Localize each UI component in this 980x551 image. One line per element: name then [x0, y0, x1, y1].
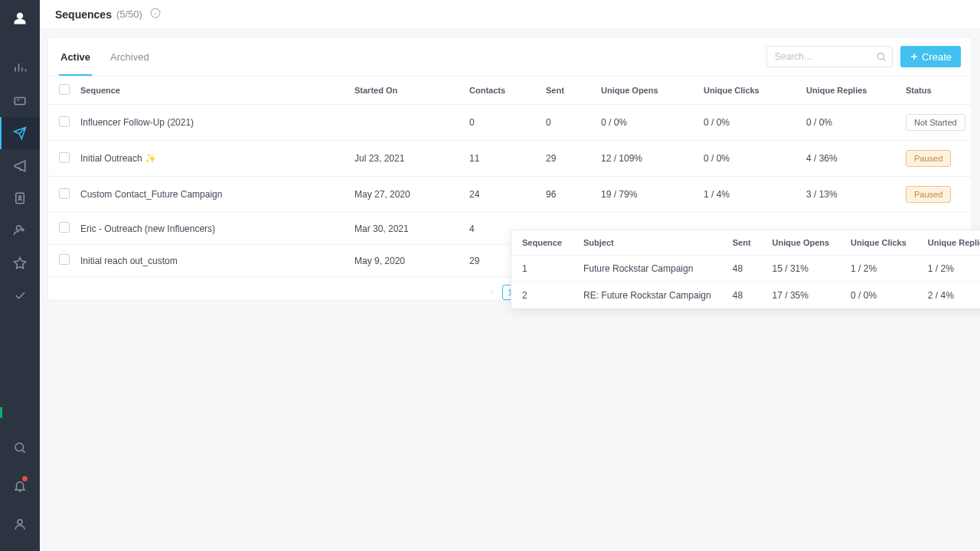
pop-cell-sent: 48	[722, 282, 762, 309]
sidebar	[0, 0, 40, 551]
row-checkbox[interactable]	[59, 222, 70, 233]
pop-col-sequence: Sequence	[511, 230, 573, 256]
page-title: Sequences	[55, 8, 112, 21]
sidebar-item-campaigns[interactable]	[0, 149, 40, 181]
tab-archived[interactable]: Archived	[109, 37, 151, 76]
select-all-checkbox[interactable]	[59, 84, 70, 95]
sidebar-marker	[0, 396, 40, 429]
page-header: Sequences (5/50)	[40, 0, 980, 29]
sequences-card: Active Archived Create	[47, 37, 972, 301]
col-status[interactable]: Status	[900, 77, 972, 105]
row-checkbox[interactable]	[59, 116, 70, 127]
table-row[interactable]: Custom Contact_Future CampaignMay 27, 20…	[48, 177, 972, 213]
cell-status: Paused	[900, 141, 972, 177]
sidebar-item-search[interactable]	[0, 429, 40, 467]
status-badge: Paused	[906, 186, 951, 203]
logo-icon	[12, 11, 28, 29]
cell-contacts: 24	[463, 177, 540, 213]
sidebar-item-contacts[interactable]	[0, 182, 40, 214]
svg-point-3	[19, 196, 21, 198]
cell-name: Eric - Outreach (new Influencers)	[74, 213, 348, 245]
cell-status: Paused	[900, 177, 972, 213]
page-count: (5/50)	[116, 8, 142, 20]
cell-clicks: 1 / 4%	[697, 177, 800, 213]
cell-replies: 0 / 0%	[800, 105, 900, 141]
pop-cell-clicks: 0 / 0%	[840, 282, 917, 309]
cell-name: Initial reach out_custom	[74, 245, 348, 277]
pop-cell-replies: 1 / 2%	[917, 256, 980, 282]
cell-sent: 29	[540, 141, 595, 177]
popover-row[interactable]: 1Future Rockstar Campaign4815 / 31%1 / 2…	[511, 256, 980, 282]
cell-opens: 12 / 109%	[595, 141, 697, 177]
pop-cell-opens: 15 / 31%	[762, 256, 841, 282]
cell-name: Influencer Follow-Up (2021)	[74, 105, 348, 141]
cell-name: Custom Contact_Future Campaign	[74, 177, 348, 213]
cell-name: Initial Outreach ✨	[74, 141, 348, 177]
cell-opens: 0 / 0%	[595, 105, 697, 141]
pop-cell-seq: 2	[511, 282, 573, 309]
pop-col-subject: Subject	[573, 230, 722, 256]
pop-cell-subject: RE: Future Rockstar Campaign	[573, 282, 722, 309]
search-input[interactable]	[766, 46, 893, 67]
create-button[interactable]: Create	[900, 46, 961, 67]
svg-rect-1	[15, 97, 25, 104]
col-sequence[interactable]: Sequence	[74, 77, 348, 105]
col-unique-opens[interactable]: Unique Opens	[595, 77, 697, 105]
pop-col-replies: Unique Replies	[917, 230, 980, 256]
search-input-wrapper	[766, 46, 893, 67]
col-started-on[interactable]: Started On	[348, 77, 463, 105]
cell-started: Mar 30, 2021	[348, 213, 463, 245]
pop-cell-opens: 17 / 35%	[762, 282, 841, 309]
row-checkbox[interactable]	[59, 188, 70, 199]
table-row[interactable]: Influencer Follow-Up (2021)000 / 0%0 / 0…	[48, 105, 972, 141]
pop-cell-seq: 1	[511, 256, 573, 282]
tab-active[interactable]: Active	[59, 37, 92, 76]
svg-point-0	[17, 13, 23, 19]
sidebar-item-profile[interactable]	[0, 505, 40, 543]
sidebar-item-cards[interactable]	[0, 84, 40, 116]
row-checkbox[interactable]	[59, 254, 70, 265]
notification-dot	[22, 476, 28, 481]
sidebar-item-favorites[interactable]	[0, 247, 40, 279]
pop-col-opens: Unique Opens	[762, 230, 841, 256]
svg-point-6	[18, 520, 22, 524]
cell-started	[348, 105, 463, 141]
status-badge: Not Started	[906, 114, 965, 131]
cell-sent: 0	[540, 105, 595, 141]
cell-clicks: 0 / 0%	[697, 105, 800, 141]
sidebar-item-sequences[interactable]	[0, 117, 40, 149]
cell-sent: 96	[540, 177, 595, 213]
col-contacts[interactable]: Contacts	[463, 77, 540, 105]
cell-status: Not Started	[900, 105, 972, 141]
sequence-detail-popover: Sequence Subject Sent Unique Opens Uniqu…	[511, 230, 980, 309]
table-row[interactable]: Initial Outreach ✨Jul 23, 2021112912 / 1…	[48, 141, 972, 177]
sidebar-item-notifications[interactable]	[0, 467, 40, 505]
plus-icon	[910, 52, 919, 61]
pop-col-clicks: Unique Clicks	[840, 230, 917, 256]
col-sent[interactable]: Sent	[540, 77, 595, 105]
cell-replies: 3 / 13%	[800, 177, 900, 213]
page-prev[interactable]	[488, 285, 496, 299]
sidebar-item-tasks[interactable]	[0, 279, 40, 311]
cell-clicks: 0 / 0%	[697, 141, 800, 177]
cell-contacts: 11	[463, 141, 540, 177]
cell-started: May 27, 2020	[348, 177, 463, 213]
cell-replies: 4 / 36%	[800, 141, 900, 177]
svg-point-5	[15, 443, 24, 452]
pop-cell-clicks: 1 / 2%	[840, 256, 917, 282]
status-badge: Paused	[906, 150, 951, 167]
cell-started: Jul 23, 2021	[348, 141, 463, 177]
pop-cell-subject: Future Rockstar Campaign	[573, 256, 722, 282]
pop-cell-sent: 48	[722, 256, 762, 282]
row-checkbox[interactable]	[59, 152, 70, 163]
sidebar-item-analytics[interactable]	[0, 52, 40, 84]
svg-point-4	[17, 226, 21, 230]
col-unique-replies[interactable]: Unique Replies	[800, 77, 900, 105]
info-icon[interactable]	[150, 8, 161, 21]
pop-cell-replies: 2 / 4%	[917, 282, 980, 309]
create-button-label: Create	[922, 51, 952, 63]
col-unique-clicks[interactable]: Unique Clicks	[697, 77, 800, 105]
cell-opens: 19 / 79%	[595, 177, 697, 213]
sidebar-item-add-user[interactable]	[0, 214, 40, 246]
popover-row[interactable]: 2RE: Future Rockstar Campaign4817 / 35%0…	[511, 282, 980, 309]
